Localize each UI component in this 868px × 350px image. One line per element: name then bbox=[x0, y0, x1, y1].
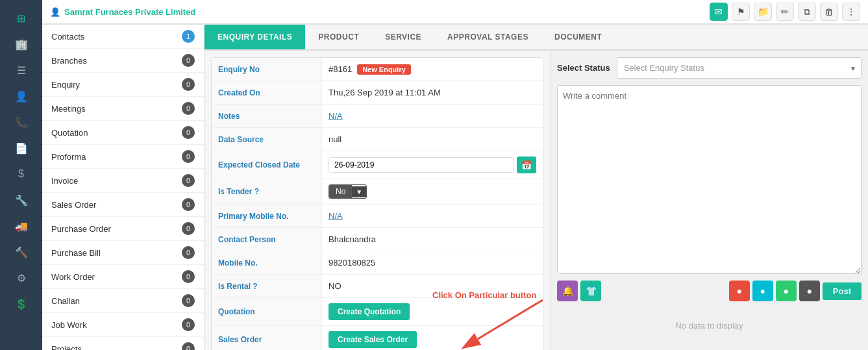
nav-projects-badge: 0 bbox=[182, 342, 195, 350]
nav-purchase-bill[interactable]: Purchase Bill 0 bbox=[42, 241, 204, 265]
nav-proforma[interactable]: Proforma 0 bbox=[42, 145, 204, 169]
dashboard-icon[interactable]: ⊞ bbox=[8, 6, 34, 30]
settings-icon[interactable]: ⚙ bbox=[8, 266, 34, 290]
nav-projects[interactable]: Projects 0 bbox=[42, 337, 204, 350]
notes-link[interactable]: N/A bbox=[329, 111, 343, 121]
dollar-icon[interactable]: 💲 bbox=[8, 292, 34, 316]
tab-service[interactable]: SERVICE bbox=[372, 25, 434, 49]
cyan-btn[interactable]: ● bbox=[752, 281, 773, 301]
date-input[interactable] bbox=[329, 157, 514, 173]
nav-job-work-badge: 0 bbox=[182, 318, 195, 331]
green-btn[interactable]: ● bbox=[776, 281, 797, 301]
shirt-btn[interactable]: 👕 bbox=[580, 281, 601, 301]
phone-icon[interactable]: 📞 bbox=[8, 110, 34, 134]
nav-work-order[interactable]: Work Order 0 bbox=[42, 265, 204, 289]
nav-purchase-order-label: Purchase Order bbox=[51, 224, 111, 234]
nav-quotation-label: Quotation bbox=[51, 128, 88, 138]
tab-product[interactable]: PRODUCT bbox=[305, 25, 372, 49]
edit-btn[interactable]: ✏ bbox=[776, 3, 794, 21]
enquiry-no-text: #8161 bbox=[329, 64, 352, 74]
more-btn[interactable]: ⋮ bbox=[842, 3, 860, 21]
red-btn[interactable]: ● bbox=[729, 281, 750, 301]
primary-mobile-link[interactable]: N/A bbox=[329, 211, 343, 221]
nav-sales-order[interactable]: Sales Order 0 bbox=[42, 193, 204, 217]
dark-btn[interactable]: ● bbox=[799, 281, 820, 301]
money-icon[interactable]: $ bbox=[8, 162, 34, 186]
nav-meetings[interactable]: Meetings 0 bbox=[42, 97, 204, 121]
person-icon[interactable]: 👤 bbox=[8, 84, 34, 108]
tools-icon[interactable]: 🔧 bbox=[8, 188, 34, 212]
notes-value: N/A bbox=[322, 105, 543, 127]
tender-value-text: No bbox=[329, 185, 352, 198]
nav-enquiry-label: Enquiry bbox=[51, 80, 80, 90]
enquiry-no-label: Enquiry No bbox=[212, 58, 322, 81]
nav-purchase-order[interactable]: Purchase Order 0 bbox=[42, 217, 204, 241]
folder-btn[interactable]: 📁 bbox=[754, 3, 772, 21]
post-btn[interactable]: Post bbox=[823, 282, 862, 300]
is-tender-row: Is Tender ? No ▼ bbox=[212, 179, 543, 205]
expected-closed-date-value: 📅 bbox=[322, 151, 543, 179]
flag-btn[interactable]: ⚑ bbox=[732, 3, 750, 21]
nav-branches-label: Branches bbox=[51, 56, 87, 66]
mobile-no-row: Mobile No. 9820180825 bbox=[212, 251, 543, 275]
enquiry-new-badge: New Enquiry bbox=[357, 64, 411, 75]
nav-contacts-label: Contacts bbox=[51, 32, 84, 42]
create-quotation-btn[interactable]: Create Quotation bbox=[329, 303, 410, 320]
tab-approval-stages[interactable]: APPROVAL STAGES bbox=[434, 25, 541, 49]
comment-textarea[interactable] bbox=[557, 85, 862, 274]
bell-btn[interactable]: 🔔 bbox=[557, 281, 578, 301]
nav-quotation[interactable]: Quotation 0 bbox=[42, 121, 204, 145]
company-name-text: Samrat Furnaces Private Limited bbox=[64, 7, 195, 17]
select-status-label: Select Status bbox=[557, 63, 610, 73]
nav-branches-badge: 0 bbox=[182, 54, 195, 67]
nav-branches[interactable]: Branches 0 bbox=[42, 49, 204, 73]
nav-enquiry[interactable]: Enquiry 0 bbox=[42, 73, 204, 97]
wrench-icon[interactable]: 🔨 bbox=[8, 240, 34, 264]
nav-meetings-badge: 0 bbox=[182, 102, 195, 115]
primary-mobile-label: Primary Mobile No. bbox=[212, 205, 322, 227]
enquiry-no-value: #8161 New Enquiry bbox=[322, 58, 543, 81]
nav-job-work-label: Job Work bbox=[51, 320, 87, 330]
list-icon[interactable]: ☰ bbox=[8, 58, 34, 82]
quotation-row: Quotation Create Quotation bbox=[212, 298, 543, 326]
nav-contacts-badge: 1 bbox=[182, 30, 195, 43]
mobile-no-label: Mobile No. bbox=[212, 251, 322, 274]
tender-select[interactable]: No ▼ bbox=[329, 184, 367, 199]
data-source-row: Data Source null bbox=[212, 128, 543, 151]
status-row: Select Status Select Enquiry Status ▼ bbox=[557, 57, 862, 79]
org-icon[interactable]: 🏢 bbox=[8, 32, 34, 56]
data-source-label: Data Source bbox=[212, 128, 322, 151]
delete-btn[interactable]: 🗑 bbox=[820, 3, 838, 21]
mobile-no-value: 9820180825 bbox=[322, 251, 543, 274]
tab-enquiry-details[interactable]: ENQUIRY DETAILS bbox=[205, 25, 305, 49]
sidebar: ⊞ 🏢 ☰ 👤 📞 📄 $ 🔧 🚚 🔨 ⚙ 💲 bbox=[0, 0, 42, 350]
sales-order-value: Create Sales Order bbox=[322, 326, 543, 350]
expected-closed-date-label: Expected Closed Date bbox=[212, 151, 322, 179]
action-icons-row: 🔔 👕 ● ● ● ● Post bbox=[557, 281, 862, 301]
created-on-row: Created On Thu,26 Sep 2019 at 11:01 AM bbox=[212, 81, 543, 105]
no-data-text: No data to display bbox=[557, 308, 862, 344]
annotation-text: Click On Particular button bbox=[432, 290, 536, 300]
nav-purchase-order-badge: 0 bbox=[182, 222, 195, 235]
truck-icon[interactable]: 🚚 bbox=[8, 214, 34, 238]
main-wrapper: 👤 Samrat Furnaces Private Limited ✉ ⚑ 📁 … bbox=[42, 0, 868, 350]
copy-btn[interactable]: ⧉ bbox=[798, 3, 816, 21]
sales-order-row: Sales Order Create Sales Order bbox=[212, 326, 543, 350]
email-btn[interactable]: ✉ bbox=[710, 3, 728, 21]
enquiry-status-select[interactable]: Select Enquiry Status bbox=[617, 57, 862, 79]
right-panel: Select Status Select Enquiry Status ▼ 🔔 bbox=[550, 51, 868, 350]
tabs-bar: ENQUIRY DETAILS PRODUCT SERVICE APPROVAL… bbox=[205, 25, 868, 51]
content-area: Contacts 1 Branches 0 Enquiry 0 Meetings… bbox=[42, 25, 868, 350]
contact-person-row: Contact Person Bhalcnandra bbox=[212, 228, 543, 251]
calendar-btn[interactable]: 📅 bbox=[517, 156, 536, 173]
nav-invoice[interactable]: Invoice 0 bbox=[42, 169, 204, 193]
tab-document[interactable]: DOCUMENT bbox=[541, 25, 615, 49]
tender-arrow-icon[interactable]: ▼ bbox=[352, 186, 366, 197]
create-sales-order-btn[interactable]: Create Sales Order bbox=[329, 331, 417, 348]
nav-contacts[interactable]: Contacts 1 bbox=[42, 25, 204, 49]
nav-challan[interactable]: Challan 0 bbox=[42, 289, 204, 313]
document-icon[interactable]: 📄 bbox=[8, 136, 34, 160]
company-name: 👤 Samrat Furnaces Private Limited bbox=[50, 7, 195, 17]
nav-job-work[interactable]: Job Work 0 bbox=[42, 313, 204, 337]
top-header: 👤 Samrat Furnaces Private Limited ✉ ⚑ 📁 … bbox=[42, 0, 868, 25]
